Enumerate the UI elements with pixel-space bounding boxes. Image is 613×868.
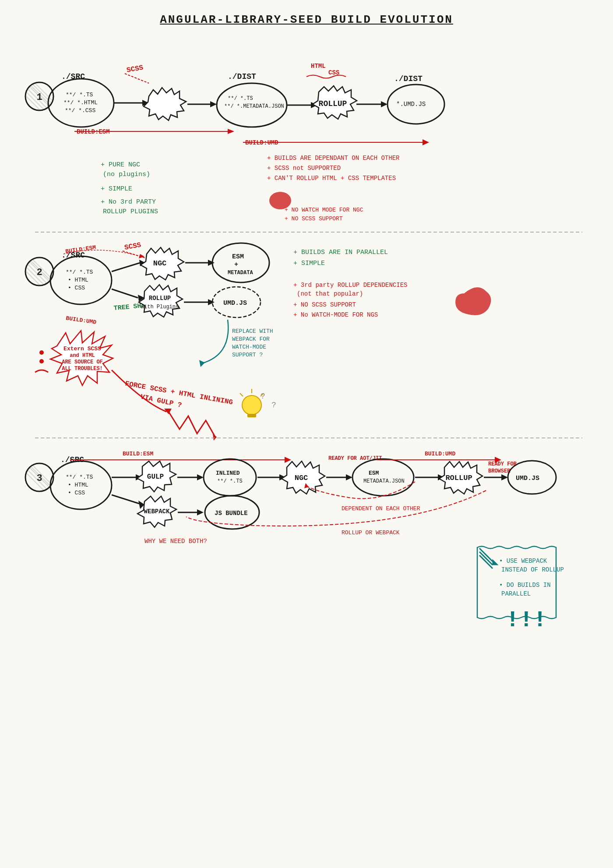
svg-text:+ NO WATCH MODE FOR NGC: + NO WATCH MODE FOR NGC <box>285 207 363 213</box>
svg-text:INSTEAD OF ROLLUP: INSTEAD OF ROLLUP <box>501 566 564 573</box>
svg-text:+ BUILDS ARE IN PARALLEL: + BUILDS ARE IN PARALLEL <box>293 249 388 256</box>
svg-line-71 <box>112 263 140 272</box>
svg-text:REPLACE WITH: REPLACE WITH <box>232 328 273 335</box>
svg-text:**/  *.TS: **/ *.TS <box>217 478 243 484</box>
svg-point-140 <box>204 459 256 496</box>
svg-text:WHY WE NEED BOTH?: WHY WE NEED BOTH? <box>144 538 207 545</box>
svg-text:ROLLUP: ROLLUP <box>149 295 171 302</box>
svg-marker-23 <box>210 101 217 107</box>
svg-text:Extern SCSS: Extern SCSS <box>63 346 101 352</box>
svg-text:NGC: NGC <box>153 259 167 268</box>
svg-marker-133 <box>285 457 291 463</box>
svg-text:ROLLUP: ROLLUP <box>445 474 472 482</box>
svg-text:UMD.JS: UMD.JS <box>223 300 247 307</box>
svg-marker-161 <box>501 474 508 480</box>
svg-text:?: ? <box>271 401 276 409</box>
svg-text:ALL TROUBLES!: ALL TROUBLES! <box>62 366 103 372</box>
svg-text:UMD.JS: UMD.JS <box>516 475 539 482</box>
svg-text:+ SIMPLE: + SIMPLE <box>293 260 325 267</box>
svg-text:(not that popular): (not that popular) <box>297 290 363 297</box>
svg-point-111 <box>242 395 261 415</box>
svg-point-105 <box>39 350 44 355</box>
svg-line-15 <box>125 74 149 83</box>
main-diagram: 1 ./SRC **/ *.TS **/ *.HTML **/ *.CSS SC… <box>13 39 604 868</box>
svg-text:• HTML: • HTML <box>68 482 88 488</box>
svg-marker-75 <box>208 260 215 266</box>
svg-text:METADATA: METADATA <box>228 270 253 276</box>
svg-text:+ NO SCSS SUPPORT: + NO SCSS SUPPORT <box>285 215 343 222</box>
svg-text:+ SCSS not SUPPORTED: + SCSS not SUPPORTED <box>267 165 341 172</box>
page-title: ANGULAR-LIBRARY-SEED BUILD EVOLUTION <box>13 13 600 26</box>
svg-text:+ No WATCH-MODE FOR NGS: + No WATCH-MODE FOR NGS <box>293 311 378 318</box>
svg-text:**/  *.TS: **/ *.TS <box>66 269 93 275</box>
svg-text:ROLLUP: ROLLUP <box>319 99 347 108</box>
svg-text:**/  *.METADATA.JSON: **/ *.METADATA.JSON <box>224 103 284 109</box>
svg-text:+ 3rd party ROLLUP DEPENDENCIE: + 3rd party ROLLUP DEPENDENCIES <box>293 282 407 289</box>
svg-text:• DO BUILDS IN: • DO BUILDS IN <box>499 582 551 589</box>
svg-marker-139 <box>197 474 204 480</box>
svg-text:METADATA.JSON: METADATA.JSON <box>363 478 405 484</box>
svg-text:INLINED: INLINED <box>216 470 240 476</box>
svg-marker-87 <box>208 299 215 305</box>
svg-text:ARE SOURCE OF: ARE SOURCE OF <box>62 359 103 365</box>
svg-text:SCSS: SCSS <box>124 241 142 251</box>
svg-text:ROLLUP OR WEBPACK: ROLLUP OR WEBPACK <box>342 529 400 536</box>
svg-text:• HTML: • HTML <box>68 277 88 283</box>
svg-line-81 <box>112 289 138 298</box>
svg-text:**/  *.CSS: **/ *.CSS <box>65 107 95 114</box>
svg-text:*.UMD.JS: *.UMD.JS <box>396 101 426 108</box>
svg-text:**/  *.TS: **/ *.TS <box>66 474 93 480</box>
svg-text:• CSS: • CSS <box>68 490 85 496</box>
svg-line-70 <box>123 251 147 258</box>
svg-marker-110 <box>213 434 217 441</box>
svg-marker-96 <box>199 360 205 367</box>
svg-text:BROWSER: BROWSER <box>488 468 511 474</box>
svg-text:!!!: !!! <box>506 607 547 633</box>
svg-text:ESM: ESM <box>369 470 379 476</box>
svg-text:READY FOR AOT/JIT: READY FOR AOT/JIT <box>328 455 382 462</box>
svg-marker-168 <box>197 509 204 515</box>
svg-text:NGC: NGC <box>295 474 308 482</box>
svg-marker-34 <box>381 101 388 107</box>
svg-text:SUPPORT ?: SUPPORT ? <box>232 352 263 358</box>
svg-rect-112 <box>247 414 256 417</box>
svg-text:./SRC: ./SRC <box>61 251 85 260</box>
svg-text:DEPENDENT ON EACH OTHER: DEPENDENT ON EACH OTHER <box>342 505 420 512</box>
svg-text:BUILD:UMD: BUILD:UMD <box>65 315 97 326</box>
svg-line-115 <box>240 393 243 396</box>
svg-marker-148 <box>346 474 352 480</box>
svg-text:WEBPACK: WEBPACK <box>144 508 170 515</box>
svg-point-106 <box>39 359 44 363</box>
svg-text:**/  *.TS: **/ *.TS <box>66 92 93 98</box>
svg-point-76 <box>212 243 269 282</box>
svg-text:BUILD:ESM: BUILD:ESM <box>123 451 153 457</box>
svg-marker-20 <box>228 129 234 134</box>
svg-text:• USE WEBPACK: • USE WEBPACK <box>499 557 547 565</box>
svg-text:+ SIMPLE: + SIMPLE <box>101 185 132 193</box>
svg-text:BUILD:UMD: BUILD:UMD <box>425 451 455 457</box>
svg-text:+: + <box>234 261 238 268</box>
svg-text:PARALLEL: PARALLEL <box>501 590 531 597</box>
svg-text:(no plugins): (no plugins) <box>103 171 150 178</box>
svg-text:WEBPACK FOR: WEBPACK FOR <box>232 336 270 342</box>
svg-text:ESM: ESM <box>232 253 244 261</box>
page-container: ANGULAR-LIBRARY-SEED BUILD EVOLUTION 1 .… <box>0 0 613 868</box>
svg-text:**/  *.HTML: **/ *.HTML <box>63 99 98 106</box>
svg-text:./DIST: ./DIST <box>394 74 423 83</box>
svg-text:SCSS: SCSS <box>126 64 144 74</box>
svg-text:READY FOR: READY FOR <box>488 461 517 467</box>
svg-text:+ NO SCSS SUPPORT: + NO SCSS SUPPORT <box>293 301 356 308</box>
svg-text:• CSS: • CSS <box>68 285 85 291</box>
svg-line-164 <box>112 495 139 504</box>
svg-point-149 <box>352 459 414 496</box>
svg-text:with Plugins: with Plugins <box>141 304 179 310</box>
svg-text:+ No 3rd PARTY: + No 3rd PARTY <box>101 198 156 206</box>
svg-text:HTML: HTML <box>311 63 326 70</box>
svg-text:+ PURE NGC: + PURE NGC <box>101 161 140 169</box>
svg-text:and HTML: and HTML <box>70 353 95 359</box>
svg-text:+ CAN'T ROLLUP HTML + CSS TEMP: + CAN'T ROLLUP HTML + CSS TEMPLATES <box>267 175 396 182</box>
svg-text:GULP: GULP <box>147 473 164 481</box>
svg-text:+ BUILDS ARE DEPENDANT ON EACH: + BUILDS ARE DEPENDANT ON EACH OTHER <box>267 155 400 162</box>
svg-text:JS BUNDLE: JS BUNDLE <box>215 510 248 517</box>
svg-text:ROLLUP PLUGINS: ROLLUP PLUGINS <box>103 208 158 215</box>
